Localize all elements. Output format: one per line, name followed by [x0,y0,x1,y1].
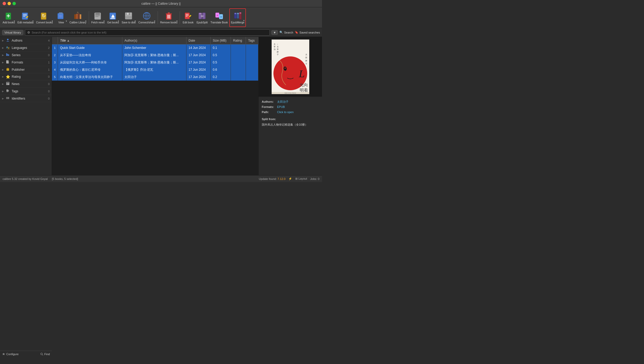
convert-books-button[interactable]: ↻ Convert books ▼ [35,8,54,27]
svg-text:宰: 宰 [274,46,276,48]
sidebar-item-tags[interactable]: ▶ Tags 0 [0,88,52,95]
sidebar-item-languages[interactable]: ▶ A文 Languages 2 [0,44,52,51]
col-size[interactable]: Size (MB) [211,37,231,44]
search-dropdown[interactable]: ▼ [271,30,278,35]
date-col-label: Date [189,39,195,42]
add-books-dropdown-icon: ▼ [13,20,15,22]
sidebar-item-rating[interactable]: ▶ ⭐ Rating 0 [0,73,52,80]
table-row[interactable]: 2 从不妥协——法拉奇传 阿加莎·克里斯蒂；莱纳·恩格尔曼；斯... 17 Ju… [52,51,258,59]
search-input[interactable] [32,31,267,34]
detail-path-value[interactable]: Click to open [277,110,294,115]
sidebar: ▶ Authors 4 ▶ A文 Languages 2 ▶ [0,37,52,175]
svg-text:太: 太 [305,54,307,55]
sidebar-news-label: News [12,82,44,86]
saved-searches-button[interactable]: 🔖 Saved searches [295,31,320,34]
sidebar-item-series[interactable]: ▶ Series 0 [0,51,52,59]
books-table-wrapper[interactable]: Title ▲ Author(s) Date Size (MB) [52,37,258,175]
col-tags[interactable]: Tags [246,37,258,44]
table-row[interactable]: 4 俄罗斯的良心：索尔仁尼琴传 【俄罗斯】乔治·尼瓦 17 Jun 2024 0… [52,66,258,73]
sidebar-item-formats[interactable]: ▶ Formats 1 [0,59,52,66]
sidebar-expand-rating: ▶ [2,75,4,78]
edit-book-button[interactable]: Edit book [181,8,195,27]
row-title: 从囚徒到文化大师——利哈乔夫传 [58,59,122,66]
search-field-wrapper: ⚙ [25,29,270,36]
virtual-library-button[interactable]: Virtual library [2,30,23,35]
col-date[interactable]: Date [186,37,211,44]
sidebar-item-publisher[interactable]: ▶ Publisher 1 [0,66,52,73]
col-title[interactable]: Title ▲ [58,37,122,44]
update-icon: ⚡ [289,177,292,180]
sidebar-authors-count: 4 [45,39,50,42]
col-rating[interactable]: Rating [231,37,246,44]
translate-book-icon: A 文 [214,11,224,21]
save-to-disk-button[interactable]: Save to disk ▼ [120,8,137,27]
edit-metadata-icon [21,11,30,21]
window-title: calibre — || Calibre Library || [141,2,180,5]
row-title: Quick Start Guide [58,44,122,51]
row-num: 4 [52,66,58,73]
get-books-button[interactable]: Get books ▼ [106,8,120,27]
svg-rect-3 [22,13,28,20]
epubsplit-button[interactable]: ✂ EpubSplit [195,8,209,27]
calibre-library-dropdown-icon: ▼ [85,20,87,22]
fetch-news-dropdown-icon: ▼ [103,20,105,22]
table-row[interactable]: 1 Quick Start Guide John Schember 14 Jun… [52,44,258,51]
row-authors: John Schember [122,44,186,51]
sidebar-rating-count: 0 [45,75,50,78]
translate-book-button[interactable]: A 文 Translate Book [209,8,229,27]
row-rating [231,66,246,73]
update-version[interactable]: 7.12.0 [278,177,286,180]
svg-rect-37 [168,12,170,14]
row-date: 14 Jun 2024 [186,44,211,51]
table-row[interactable]: 3 从囚徒到文化大师——利哈乔夫传 阿加莎·克里斯蒂；莱纳·恩格尔曼；斯... … [52,59,258,66]
row-rating [231,51,246,59]
sidebar-publisher-label: Publisher [12,68,44,72]
sidebar-identifiers-label: Identifiers [12,97,44,100]
table-row[interactable]: 5 向着光明：父亲太宰治与母亲太田静子 太田治子 17 Jun 2024 0.2 [52,73,258,81]
sidebar-item-identifiers[interactable]: ▶ Identifiers 0 [0,95,52,102]
detail-formats-label: Formats: [262,105,276,110]
traffic-lights [3,2,16,5]
connect-share-button[interactable]: Connect/share ▼ [137,8,156,27]
row-title: 从不妥协——法拉奇传 [58,51,122,59]
search-gear-icon[interactable]: ⚙ [27,31,30,34]
sidebar-item-authors[interactable]: ▶ Authors 4 [0,37,52,44]
svg-point-11 [60,16,61,17]
connect-share-icon [142,11,151,21]
fetch-news-button[interactable]: Fetch news ▼ [90,8,106,27]
remove-books-button[interactable]: Remove books ▼ [159,8,179,27]
sidebar-expand-publisher: ▶ [2,68,4,71]
epubmerge-button[interactable]: EpubMerge ▼ [229,8,246,27]
svg-rect-75 [6,82,9,83]
sidebar-expand-languages: ▶ [2,47,4,49]
add-books-button[interactable]: Add books ▼ [2,8,16,27]
get-books-dropdown-icon: ▼ [117,20,119,22]
search-button[interactable]: 🔍 Search [279,31,293,34]
row-num: 5 [52,73,58,81]
epubmerge-dropdown-icon: ▼ [243,20,245,22]
edit-metadata-button[interactable]: Edit metadata ▼ [16,8,35,27]
svg-text:明着: 明着 [300,88,308,92]
svg-rect-57 [234,13,236,14]
size-col-label: Size (MB) [213,39,226,42]
layout-button[interactable]: ⊞ Layout [295,177,307,180]
close-button[interactable] [3,2,6,5]
sidebar-item-news[interactable]: ▶ News 0 [0,80,52,88]
detail-info: Authors: 太田治子 Formats: EPUB Path: Click … [259,97,322,129]
svg-rect-78 [6,84,8,84]
svg-rect-69 [8,54,9,56]
svg-text:光向: 光向 [300,83,308,87]
maximize-button[interactable] [12,2,16,5]
svg-rect-25 [111,17,115,18]
epubmerge-icon [233,11,242,21]
svg-rect-21 [95,16,100,16]
book-list: Title ▲ Author(s) Date Size (MB) [52,37,258,175]
view-button[interactable]: View ▼ [54,8,68,27]
view-dropdown-icon: ▼ [65,20,68,22]
calibre-library-button[interactable]: C Calibre Library ▼ [68,8,87,27]
svg-text:✂: ✂ [201,14,204,18]
col-authors[interactable]: Author(s) [122,37,186,44]
minimize-button[interactable] [8,2,11,5]
statusbar-right: Update found: 7.12.0 ⚡ ⊞ Layout Jobs: 0 [259,177,319,180]
view-icon [56,11,66,21]
